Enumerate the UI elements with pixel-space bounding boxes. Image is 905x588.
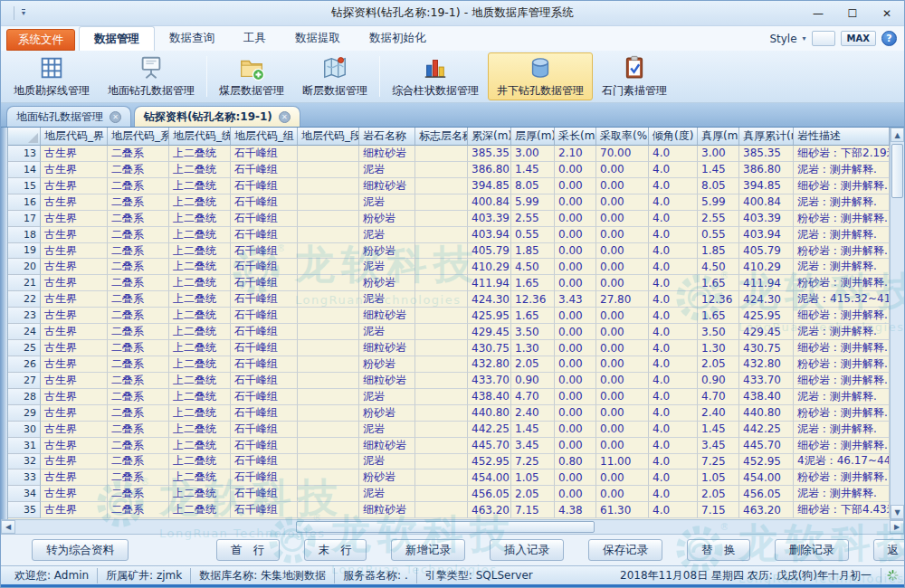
table-cell[interactable]: 394.85 bbox=[468, 178, 511, 194]
table-cell[interactable]: 古生界 bbox=[41, 486, 108, 502]
table-cell[interactable]: 古生界 bbox=[41, 389, 108, 405]
table-cell[interactable] bbox=[415, 178, 468, 194]
row-number-cell[interactable]: 13 bbox=[8, 146, 41, 162]
table-cell[interactable]: 0.00 bbox=[596, 211, 649, 227]
table-cell[interactable]: 0.00 bbox=[596, 227, 649, 243]
table-cell[interactable]: 386.80 bbox=[739, 162, 794, 178]
table-cell[interactable] bbox=[298, 486, 359, 502]
table-row[interactable]: 29古生界二叠系上二叠统石千峰组粉砂岩440.802.400.000.004.0… bbox=[8, 405, 890, 422]
table-cell[interactable]: 2.40 bbox=[698, 405, 739, 422]
table-row[interactable]: 18古生界二叠系上二叠统石千峰组泥岩403.940.550.000.004.00… bbox=[8, 227, 890, 243]
table-cell[interactable]: 古生界 bbox=[41, 227, 108, 243]
table-cell[interactable]: 2.05 bbox=[511, 356, 555, 373]
table-cell[interactable]: 上二叠统 bbox=[169, 469, 231, 486]
table-cell[interactable]: 泥岩 bbox=[359, 194, 415, 211]
table-cell[interactable]: 石千峰组 bbox=[231, 211, 298, 227]
table-cell[interactable]: 456.05 bbox=[468, 486, 511, 502]
table-cell[interactable]: 古生界 bbox=[41, 438, 108, 454]
table-cell[interactable]: 古生界 bbox=[41, 422, 108, 438]
scroll-right-icon[interactable]: ▶ bbox=[890, 520, 904, 534]
table-cell[interactable]: 4.50 bbox=[511, 259, 555, 275]
table-cell[interactable]: 石千峰组 bbox=[231, 243, 298, 260]
table-cell[interactable] bbox=[415, 275, 468, 291]
table-cell[interactable]: 上二叠统 bbox=[169, 324, 231, 340]
table-cell[interactable]: 4.0 bbox=[649, 211, 698, 227]
table-cell[interactable] bbox=[415, 502, 468, 518]
table-cell[interactable]: 上二叠统 bbox=[169, 194, 231, 211]
table-cell[interactable]: 0.00 bbox=[596, 324, 649, 340]
table-cell[interactable]: 二叠系 bbox=[108, 486, 169, 502]
table-cell[interactable]: 0.00 bbox=[555, 405, 596, 422]
row-number-cell[interactable]: 21 bbox=[8, 275, 41, 291]
table-cell[interactable]: 上二叠统 bbox=[169, 275, 231, 291]
table-cell[interactable]: 1.30 bbox=[698, 340, 739, 356]
table-cell[interactable]: 411.94 bbox=[739, 275, 794, 291]
table-cell[interactable]: 0.55 bbox=[511, 227, 555, 243]
table-cell[interactable]: 石千峰组 bbox=[231, 438, 298, 454]
table-cell[interactable]: 泥岩 bbox=[359, 324, 415, 340]
table-cell[interactable]: 7.25 bbox=[698, 454, 739, 470]
table-cell[interactable]: 二叠系 bbox=[108, 438, 169, 454]
table-cell[interactable]: 石千峰组 bbox=[231, 373, 298, 389]
table-cell[interactable] bbox=[298, 146, 359, 162]
table-cell[interactable]: 0.00 bbox=[596, 486, 649, 502]
table-cell[interactable]: 0.00 bbox=[555, 178, 596, 194]
table-cell[interactable]: 2.05 bbox=[511, 486, 555, 502]
table-cell[interactable]: 细粒砂岩 bbox=[359, 178, 415, 194]
table-cell[interactable]: 463.20 bbox=[739, 502, 794, 518]
column-header[interactable]: 累深(m) bbox=[468, 128, 511, 146]
table-cell[interactable] bbox=[298, 502, 359, 518]
table-cell[interactable]: 二叠系 bbox=[108, 373, 169, 389]
insert-record-button[interactable]: 插入记录 bbox=[490, 539, 564, 561]
table-cell[interactable] bbox=[415, 291, 468, 308]
table-cell[interactable]: 0.00 bbox=[596, 162, 649, 178]
table-cell[interactable]: 429.45 bbox=[739, 324, 794, 340]
table-cell[interactable]: 4.70 bbox=[511, 389, 555, 405]
table-cell[interactable]: 细砂岩：下部2.19米 bbox=[794, 146, 890, 162]
table-cell[interactable]: 0.00 bbox=[596, 275, 649, 291]
table-cell[interactable]: 石千峰组 bbox=[231, 469, 298, 486]
horizontal-scroll-track[interactable] bbox=[595, 520, 890, 534]
table-row[interactable]: 31古生界二叠系上二叠统石千峰组细粒砂岩445.703.450.000.004.… bbox=[8, 438, 890, 454]
table-cell[interactable]: 二叠系 bbox=[108, 389, 169, 405]
table-cell[interactable]: 4.0 bbox=[649, 469, 698, 486]
table-cell[interactable]: 石千峰组 bbox=[231, 486, 298, 502]
table-cell[interactable]: 上二叠统 bbox=[169, 162, 231, 178]
table-cell[interactable]: 454.00 bbox=[739, 469, 794, 486]
table-row[interactable]: 16古生界二叠系上二叠统石千峰组泥岩400.845.990.000.004.05… bbox=[8, 194, 890, 211]
table-cell[interactable] bbox=[298, 291, 359, 308]
save-record-button[interactable]: 保存记录 bbox=[588, 539, 662, 561]
table-cell[interactable]: 442.25 bbox=[468, 422, 511, 438]
table-cell[interactable]: 二叠系 bbox=[108, 211, 169, 227]
table-cell[interactable]: 0.00 bbox=[596, 340, 649, 356]
table-cell[interactable]: 泥岩：415.32~418. bbox=[794, 291, 890, 308]
table-cell[interactable]: 1.45 bbox=[698, 162, 739, 178]
row-number-cell[interactable]: 26 bbox=[8, 356, 41, 373]
table-cell[interactable]: 0.00 bbox=[555, 340, 596, 356]
table-cell[interactable]: 石千峰组 bbox=[231, 146, 298, 162]
table-cell[interactable] bbox=[415, 211, 468, 227]
table-cell[interactable]: 3.00 bbox=[698, 146, 739, 162]
table-cell[interactable] bbox=[298, 162, 359, 178]
table-cell[interactable]: 粉砂岩 bbox=[359, 243, 415, 260]
table-cell[interactable]: 二叠系 bbox=[108, 502, 169, 518]
table-cell[interactable]: 古生界 bbox=[41, 405, 108, 422]
table-cell[interactable]: 11.00 bbox=[596, 454, 649, 470]
table-cell[interactable]: 泥岩 bbox=[359, 486, 415, 502]
table-cell[interactable]: 440.80 bbox=[468, 405, 511, 422]
table-cell[interactable]: 泥岩：测井解释. bbox=[794, 227, 890, 243]
column-header[interactable]: 岩石名称 bbox=[359, 128, 415, 146]
table-cell[interactable]: 0.00 bbox=[596, 259, 649, 275]
table-cell[interactable]: 7.25 bbox=[511, 454, 555, 470]
convert-composite-button[interactable]: 转为综合资料 bbox=[32, 539, 129, 561]
table-cell[interactable] bbox=[415, 422, 468, 438]
table-cell[interactable]: 细粒砂岩 bbox=[359, 308, 415, 324]
table-cell[interactable]: 1.65 bbox=[511, 275, 555, 291]
table-cell[interactable]: 4.0 bbox=[649, 422, 698, 438]
table-cell[interactable]: 0.00 bbox=[555, 308, 596, 324]
table-cell[interactable]: 二叠系 bbox=[108, 178, 169, 194]
table-cell[interactable]: 石千峰组 bbox=[231, 308, 298, 324]
table-cell[interactable]: 细砂岩：测井解释. bbox=[794, 373, 890, 389]
table-cell[interactable]: 0.00 bbox=[555, 162, 596, 178]
table-cell[interactable]: 0.00 bbox=[555, 356, 596, 373]
